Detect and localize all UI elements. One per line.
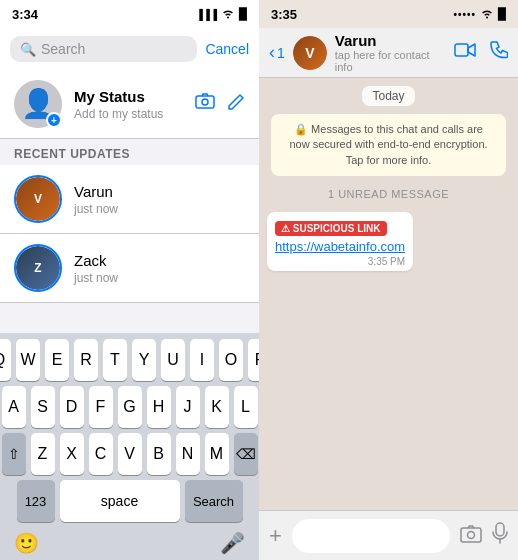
keyboard-row-2: A S D F G H J K L xyxy=(3,386,256,428)
chat-input-bar: + xyxy=(259,510,518,560)
cancel-button[interactable]: Cancel xyxy=(205,41,249,57)
my-status-avatar-wrap: 👤 + xyxy=(14,80,62,128)
microphone-icon[interactable]: 🎤 xyxy=(220,531,245,555)
key-y[interactable]: Y xyxy=(132,339,156,381)
key-w[interactable]: W xyxy=(16,339,40,381)
chat-header: ‹ 1 V Varun tap here for contact info xyxy=(259,28,518,78)
varun-time: just now xyxy=(74,202,118,216)
chat-camera-icon[interactable] xyxy=(460,523,482,549)
message-link[interactable]: https://wabetainfo.com xyxy=(275,239,405,254)
keyboard: Q W E R T Y U I O P A S D F G H J K L ⇧ … xyxy=(0,333,259,526)
wifi-icon xyxy=(221,7,235,21)
message-bubble[interactable]: ⚠ SUSPICIOUS LINK https://wabetainfo.com… xyxy=(267,212,413,271)
status-action-icons xyxy=(195,93,245,116)
zack-name: Zack xyxy=(74,252,118,269)
key-r[interactable]: R xyxy=(74,339,98,381)
space-key[interactable]: space xyxy=(60,480,180,522)
key-l[interactable]: L xyxy=(234,386,258,428)
my-status-subtitle: Add to my status xyxy=(74,107,183,121)
my-status-name: My Status xyxy=(74,88,183,105)
contact-name: Varun xyxy=(335,32,446,49)
svg-rect-2 xyxy=(455,44,468,56)
key-b[interactable]: B xyxy=(147,433,171,475)
my-status-section[interactable]: 👤 + My Status Add to my status xyxy=(0,70,259,139)
chat-input-field[interactable] xyxy=(292,519,450,553)
svg-rect-0 xyxy=(196,96,214,108)
num-key[interactable]: 123 xyxy=(17,480,55,522)
right-wifi-icon xyxy=(480,7,494,21)
left-spacer xyxy=(0,303,259,333)
back-chevron-icon: ‹ xyxy=(269,42,275,63)
video-call-icon[interactable] xyxy=(454,42,476,63)
chat-contact-avatar: V xyxy=(293,36,327,70)
svg-rect-5 xyxy=(496,523,504,536)
keyboard-row-1: Q W E R T Y U I O P xyxy=(3,339,256,381)
search-bar: 🔍 Search Cancel xyxy=(0,28,259,70)
varun-name: Varun xyxy=(74,183,118,200)
left-status-icons: ▐▐▐ ▉ xyxy=(196,7,247,21)
update-item-zack[interactable]: Z Zack just now xyxy=(0,234,259,303)
key-d[interactable]: D xyxy=(60,386,84,428)
key-t[interactable]: T xyxy=(103,339,127,381)
key-g[interactable]: G xyxy=(118,386,142,428)
camera-action-icon[interactable] xyxy=(195,93,215,116)
encryption-text: 🔒 Messages to this chat and calls are no… xyxy=(289,123,487,166)
chat-body: Today 🔒 Messages to this chat and calls … xyxy=(259,78,518,510)
key-j[interactable]: J xyxy=(176,386,200,428)
key-a[interactable]: A xyxy=(2,386,26,428)
unread-divider: 1 UNREAD MESSAGE xyxy=(328,188,449,200)
key-u[interactable]: U xyxy=(161,339,185,381)
my-status-text: My Status Add to my status xyxy=(74,88,183,121)
key-k[interactable]: K xyxy=(205,386,229,428)
keyboard-row-3: ⇧ Z X C V B N M ⌫ xyxy=(3,433,256,475)
add-status-badge: + xyxy=(46,112,62,128)
plus-icon[interactable]: + xyxy=(269,523,282,549)
key-x[interactable]: X xyxy=(60,433,84,475)
right-status-icons: ••••• ▉ xyxy=(453,7,506,21)
key-q[interactable]: Q xyxy=(0,339,11,381)
right-panel: 3:35 ••••• ▉ ‹ 1 V Varun tap here for co… xyxy=(259,0,518,560)
delete-key[interactable]: ⌫ xyxy=(234,433,258,475)
update-item-varun[interactable]: V Varun just now xyxy=(0,165,259,234)
left-time: 3:34 xyxy=(12,7,38,22)
left-status-bar: 3:34 ▐▐▐ ▉ xyxy=(0,0,259,28)
search-placeholder: Search xyxy=(41,41,85,57)
key-o[interactable]: O xyxy=(219,339,243,381)
back-count: 1 xyxy=(277,45,285,61)
right-battery-icon: ▉ xyxy=(498,8,506,21)
search-key[interactable]: Search xyxy=(185,480,243,522)
right-dots-icon: ••••• xyxy=(453,9,476,20)
search-icon: 🔍 xyxy=(20,42,36,57)
emoji-icon[interactable]: 🙂 xyxy=(14,531,39,555)
key-v[interactable]: V xyxy=(118,433,142,475)
key-h[interactable]: H xyxy=(147,386,171,428)
key-s[interactable]: S xyxy=(31,386,55,428)
right-time: 3:35 xyxy=(271,7,297,22)
key-n[interactable]: N xyxy=(176,433,200,475)
svg-point-1 xyxy=(202,99,208,105)
key-i[interactable]: I xyxy=(190,339,214,381)
key-e[interactable]: E xyxy=(45,339,69,381)
key-m[interactable]: M xyxy=(205,433,229,475)
search-input-wrap[interactable]: 🔍 Search xyxy=(10,36,197,62)
shift-key[interactable]: ⇧ xyxy=(2,433,26,475)
pencil-action-icon[interactable] xyxy=(227,93,245,116)
key-c[interactable]: C xyxy=(89,433,113,475)
chat-header-text[interactable]: Varun tap here for contact info xyxy=(335,32,446,73)
zack-update-text: Zack just now xyxy=(74,252,118,285)
encryption-notice[interactable]: 🔒 Messages to this chat and calls are no… xyxy=(271,114,506,176)
chat-input-right-icons xyxy=(460,522,508,550)
right-status-bar: 3:35 ••••• ▉ xyxy=(259,0,518,28)
chat-mic-icon[interactable] xyxy=(492,522,508,550)
back-button[interactable]: ‹ 1 xyxy=(269,42,285,63)
contact-sub: tap here for contact info xyxy=(335,49,446,73)
chat-header-actions xyxy=(454,41,508,64)
phone-call-icon[interactable] xyxy=(490,41,508,64)
varun-update-text: Varun just now xyxy=(74,183,118,216)
zack-time: just now xyxy=(74,271,118,285)
svg-rect-3 xyxy=(461,528,481,542)
key-f[interactable]: F xyxy=(89,386,113,428)
zack-avatar: Z xyxy=(14,244,62,292)
date-chip: Today xyxy=(362,86,414,106)
key-z[interactable]: Z xyxy=(31,433,55,475)
